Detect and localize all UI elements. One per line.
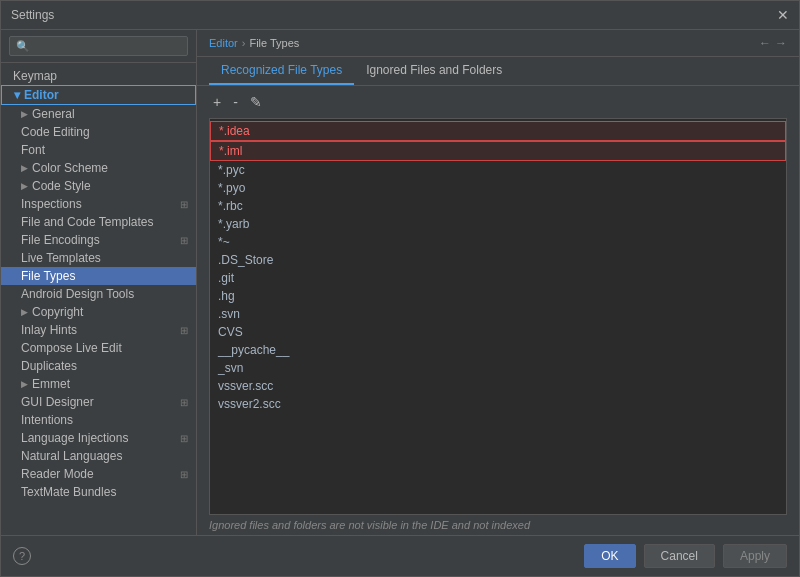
tabs-bar: Recognized File Types Ignored Files and …	[197, 57, 799, 86]
cancel-button[interactable]: Cancel	[644, 544, 715, 568]
footer-left: ?	[13, 547, 31, 565]
sidebar-item-file-types[interactable]: File Types	[1, 267, 196, 285]
sidebar-item-reader-mode[interactable]: Reader Mode ⊞	[1, 465, 196, 483]
file-types-panel: + - ✎ *.idea *.iml *.pyc *.pyo *.rbc *.y…	[197, 86, 799, 535]
inspections-icon: ⊞	[180, 199, 188, 210]
breadcrumb-editor[interactable]: Editor	[209, 37, 238, 49]
apply-button[interactable]: Apply	[723, 544, 787, 568]
window-title: Settings	[11, 8, 54, 22]
list-item[interactable]: __pycache__	[210, 341, 786, 359]
nav-back-arrow[interactable]: ←	[759, 36, 771, 50]
list-item[interactable]: CVS	[210, 323, 786, 341]
close-button[interactable]: ✕	[777, 7, 789, 23]
title-bar: Settings ✕	[1, 1, 799, 30]
list-item[interactable]: _svn	[210, 359, 786, 377]
list-item[interactable]: .hg	[210, 287, 786, 305]
tab-ignored-files-folders[interactable]: Ignored Files and Folders	[354, 57, 514, 85]
sidebar-item-file-code-templates[interactable]: File and Code Templates	[1, 213, 196, 231]
file-encodings-icon: ⊞	[180, 235, 188, 246]
remove-button[interactable]: -	[229, 92, 242, 112]
sidebar: Keymap ▾ Editor ▶ General Code Editing	[1, 30, 197, 535]
nav-arrows: ← →	[759, 36, 787, 50]
settings-window: Settings ✕ Keymap ▾ Editor ▶	[0, 0, 800, 577]
content-area: Keymap ▾ Editor ▶ General Code Editing	[1, 30, 799, 535]
breadcrumb: Editor › File Types ← →	[197, 30, 799, 57]
inlay-hints-icon: ⊞	[180, 325, 188, 336]
panel-toolbar: + - ✎	[197, 86, 799, 118]
list-item[interactable]: *.pyo	[210, 179, 786, 197]
list-item[interactable]: .DS_Store	[210, 251, 786, 269]
sidebar-item-font[interactable]: Font	[1, 141, 196, 159]
breadcrumb-separator: ›	[242, 37, 246, 49]
list-item[interactable]: *.pyc	[210, 161, 786, 179]
list-item[interactable]: *.iml	[210, 141, 786, 161]
sidebar-item-compose-live-edit[interactable]: Compose Live Edit	[1, 339, 196, 357]
footer: ? OK Cancel Apply	[1, 535, 799, 576]
list-item[interactable]: *.idea	[210, 121, 786, 141]
nav-forward-arrow[interactable]: →	[775, 36, 787, 50]
search-box	[1, 30, 196, 63]
sidebar-item-inlay-hints[interactable]: Inlay Hints ⊞	[1, 321, 196, 339]
sidebar-item-code-style[interactable]: ▶ Code Style	[1, 177, 196, 195]
sidebar-item-editor[interactable]: ▾ Editor	[1, 85, 196, 105]
list-item[interactable]: .git	[210, 269, 786, 287]
list-item[interactable]: .svn	[210, 305, 786, 323]
gui-designer-icon: ⊞	[180, 397, 188, 408]
ok-button[interactable]: OK	[584, 544, 635, 568]
tab-recognized-file-types[interactable]: Recognized File Types	[209, 57, 354, 85]
sidebar-item-language-injections[interactable]: Language Injections ⊞	[1, 429, 196, 447]
sidebar-item-duplicates[interactable]: Duplicates	[1, 357, 196, 375]
sidebar-item-keymap[interactable]: Keymap	[1, 67, 196, 85]
list-item[interactable]: vssver.scc	[210, 377, 786, 395]
list-item[interactable]: *~	[210, 233, 786, 251]
sidebar-item-color-scheme[interactable]: ▶ Color Scheme	[1, 159, 196, 177]
sidebar-item-textmate-bundles[interactable]: TextMate Bundles	[1, 483, 196, 501]
reader-mode-icon: ⊞	[180, 469, 188, 480]
sidebar-item-general[interactable]: ▶ General	[1, 105, 196, 123]
sidebar-item-android-design-tools[interactable]: Android Design Tools	[1, 285, 196, 303]
list-item[interactable]: *.yarb	[210, 215, 786, 233]
help-button[interactable]: ?	[13, 547, 31, 565]
sidebar-item-copyright[interactable]: ▶ Copyright	[1, 303, 196, 321]
breadcrumb-filetypes: File Types	[249, 37, 299, 49]
sidebar-item-gui-designer[interactable]: GUI Designer ⊞	[1, 393, 196, 411]
main-panel: Editor › File Types ← → Recognized File …	[197, 30, 799, 535]
sidebar-list: Keymap ▾ Editor ▶ General Code Editing	[1, 63, 196, 535]
sidebar-item-file-encodings[interactable]: File Encodings ⊞	[1, 231, 196, 249]
list-item[interactable]: vssver2.scc	[210, 395, 786, 413]
add-button[interactable]: +	[209, 92, 225, 112]
sidebar-item-natural-languages[interactable]: Natural Languages	[1, 447, 196, 465]
sidebar-item-intentions[interactable]: Intentions	[1, 411, 196, 429]
sidebar-item-inspections[interactable]: Inspections ⊞	[1, 195, 196, 213]
language-injections-icon: ⊞	[180, 433, 188, 444]
sidebar-item-code-editing[interactable]: Code Editing	[1, 123, 196, 141]
search-input[interactable]	[9, 36, 188, 56]
edit-button[interactable]: ✎	[246, 92, 266, 112]
file-list[interactable]: *.idea *.iml *.pyc *.pyo *.rbc *.yarb *~…	[209, 118, 787, 515]
list-item[interactable]: *.rbc	[210, 197, 786, 215]
title-bar-left: Settings	[11, 8, 54, 22]
sidebar-item-emmet[interactable]: ▶ Emmet	[1, 375, 196, 393]
sidebar-item-live-templates[interactable]: Live Templates	[1, 249, 196, 267]
status-bar: Ignored files and folders are not visibl…	[197, 515, 799, 535]
